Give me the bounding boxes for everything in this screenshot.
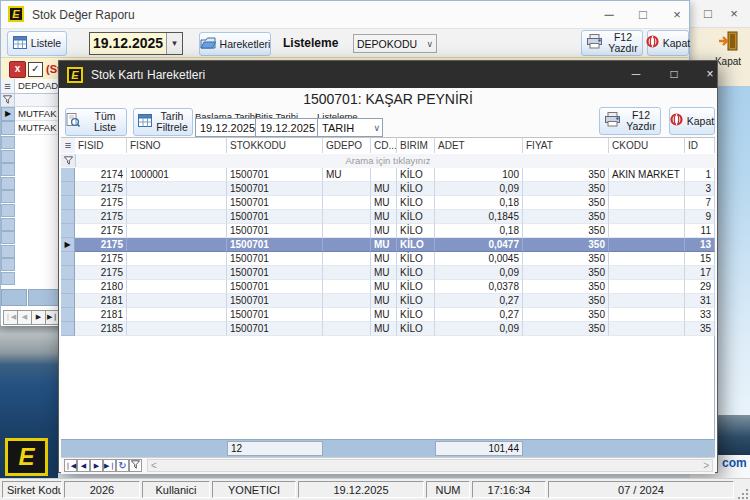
table-cell: MU (371, 224, 397, 238)
row-marker[interactable] (1, 121, 15, 135)
table-row[interactable]: 21851500701MUKİLO0,0935035 (61, 322, 715, 336)
table-cell: 2175 (75, 238, 127, 252)
table-cell: 2174 (75, 168, 127, 182)
filter-funnel-button[interactable] (129, 459, 142, 472)
table-row[interactable]: 21751500701MUKİLO0,18453509 (61, 210, 715, 224)
maximize-icon[interactable]: □ (659, 61, 689, 88)
table-row[interactable]: 21751500701MUKİLO0,004535015 (61, 252, 715, 266)
nav-next-button[interactable]: ▶ (90, 459, 103, 472)
yazdir-button[interactable]: F12Yazdır (599, 107, 661, 135)
close-icon[interactable]: × (695, 61, 725, 88)
table-cell: KİLO (397, 294, 435, 308)
row-marker[interactable] (61, 322, 75, 336)
row-marker[interactable] (61, 294, 75, 308)
depot-filter-row[interactable] (15, 94, 59, 107)
table-cell: 1500701 (227, 196, 323, 210)
listeleme-select[interactable]: TARIH∨ (317, 118, 383, 137)
listeleme-select[interactable]: DEPOKODU ∨ (353, 34, 437, 53)
depot-row[interactable]: MUTFAK (15, 121, 59, 135)
table-row[interactable]: 21751500701MUKİLO0,1835011 (61, 224, 715, 238)
row-marker[interactable] (61, 182, 75, 196)
scroll-right-icon[interactable]: > (703, 460, 709, 471)
yazdir-button[interactable]: F12Yazdır (581, 30, 643, 56)
table-cell: 350 (523, 280, 609, 294)
nav-last-button[interactable]: ▶❘ (103, 459, 116, 472)
back-window-titlebar[interactable]: E Stok Değer Raporu ─ □ × (1, 1, 689, 29)
maximize-icon[interactable]: □ (696, 0, 720, 28)
table-cell: 1000001 (127, 168, 227, 182)
grid-body: 217410000011500701MUKİLO100350AKIN MARKE… (61, 168, 715, 366)
column-header[interactable]: STOKKODU (227, 138, 323, 153)
table-row[interactable]: 21751500701MUKİLO0,0935017 (61, 266, 715, 280)
kapat-button[interactable]: Kapat (647, 30, 689, 56)
row-marker[interactable]: ▶ (61, 238, 75, 252)
table-row[interactable]: 21801500701MUKİLO0,037835029 (61, 280, 715, 294)
column-header[interactable]: FISID (75, 138, 127, 153)
grid-filter-row[interactable]: Arama için tıklayınız (61, 154, 715, 169)
hareketleri-button[interactable]: Hareketleri (199, 32, 271, 56)
table-row[interactable]: 21751500701MUKİLO0,093503 (61, 182, 715, 196)
front-window-titlebar[interactable]: E Stok Kartı Hareketleri ─ □ × (59, 61, 717, 88)
kapat-button[interactable]: Kapat (669, 107, 715, 135)
row-marker[interactable]: ▶ (1, 107, 15, 121)
nav-prev-button[interactable]: ◀ (77, 459, 90, 472)
menu-icon[interactable]: ≡ (61, 138, 76, 153)
row-marker[interactable] (61, 252, 75, 266)
listeleme-value: DEPOKODU (357, 38, 426, 50)
tum-liste-button[interactable]: Tüm Liste (65, 108, 127, 136)
filter-checkbox[interactable]: ✓ (28, 62, 43, 77)
table-cell: KİLO (397, 168, 435, 182)
depot-row[interactable]: MUTFAK (15, 107, 59, 121)
nav-first-button[interactable]: ❘◀ (3, 310, 18, 325)
nav-next-button[interactable]: ▶ (31, 310, 46, 325)
row-marker[interactable] (61, 266, 75, 280)
row-marker[interactable] (61, 224, 75, 238)
maximize-icon[interactable]: □ (631, 1, 655, 29)
dropdown-arrow-icon[interactable]: ▾ (166, 33, 182, 54)
table-cell: 350 (523, 322, 609, 336)
column-header[interactable]: FISNO (127, 138, 227, 153)
depot-column-header[interactable]: DEPOAD (15, 79, 59, 94)
column-header[interactable]: FIYAT (523, 138, 609, 153)
resize-grip[interactable] (736, 487, 748, 499)
scroll-left-icon[interactable]: < (151, 460, 157, 471)
row-marker[interactable] (61, 210, 75, 224)
tarih-filtrele-button[interactable]: TarihFiltrele (133, 108, 193, 136)
table-row[interactable]: 21751500701MUKİLO0,183507 (61, 196, 715, 210)
filter-funnel-icon[interactable] (61, 154, 76, 167)
table-row[interactable]: 217410000011500701MUKİLO100350AKIN MARKE… (61, 168, 715, 182)
column-header[interactable]: ADET (435, 138, 523, 153)
table-cell: MU (371, 252, 397, 266)
table-cell: 0,09 (435, 266, 523, 280)
close-icon[interactable]: × (665, 1, 689, 29)
column-header[interactable]: GDEPO (323, 138, 371, 153)
table-cell (127, 238, 227, 252)
row-marker[interactable] (61, 196, 75, 210)
close-icon[interactable]: × (722, 0, 746, 28)
minimize-icon[interactable]: ─ (621, 61, 651, 88)
refresh-button[interactable]: ↻ (116, 459, 129, 472)
nav-prev-button[interactable]: ◀ (17, 310, 32, 325)
table-row[interactable]: 21811500701MUKİLO0,2735031 (61, 294, 715, 308)
column-header[interactable]: CKODU (609, 138, 685, 153)
app-logo[interactable]: E (5, 438, 48, 476)
filter-funnel-icon[interactable] (1, 94, 15, 107)
table-row[interactable]: 21811500701MUKİLO0,2735033 (61, 308, 715, 322)
row-marker[interactable] (61, 280, 75, 294)
clear-filter-button[interactable]: x (9, 61, 26, 78)
column-header[interactable]: BIRIM (397, 138, 435, 153)
table-row[interactable]: ▶21751500701MUKİLO0,047735013 (61, 238, 715, 252)
report-date-picker[interactable]: 19.12.2025 ▾ (89, 32, 183, 55)
desktop: com □ × Kapat E E Stok Değer Raporu ─ □ … (0, 0, 750, 500)
horizontal-scrollbar[interactable]: < > (147, 459, 713, 472)
minimize-icon[interactable]: ─ (597, 1, 621, 29)
menu-icon[interactable]: ≡ (1, 79, 15, 94)
listele-button[interactable]: Listele (7, 31, 67, 56)
app-logo-icon: E (8, 6, 24, 22)
nav-first-button[interactable]: ❘◀ (64, 459, 77, 472)
column-header[interactable]: ID (685, 138, 715, 153)
row-marker[interactable] (61, 308, 75, 322)
hareketleri-label: Hareketleri (220, 39, 271, 50)
column-header[interactable]: CD... (371, 138, 397, 153)
row-marker[interactable] (61, 168, 75, 182)
